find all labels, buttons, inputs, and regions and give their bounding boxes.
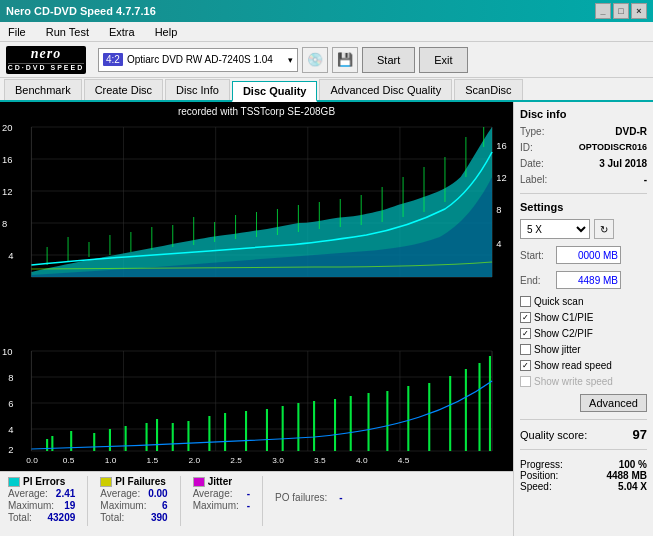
pi-failures-title: PI Failures — [115, 476, 166, 487]
menu-run-test[interactable]: Run Test — [42, 24, 93, 40]
svg-text:0.5: 0.5 — [63, 456, 75, 465]
start-mb-input[interactable] — [556, 246, 621, 264]
svg-text:16: 16 — [2, 155, 12, 165]
drive-badge: 4:2 — [103, 53, 123, 66]
id-label: ID: — [520, 142, 533, 153]
show-read-speed-label: Show read speed — [534, 360, 612, 371]
title-bar: Nero CD-DVD Speed 4.7.7.16 _ □ × — [0, 0, 653, 22]
pi-errors-color — [8, 477, 20, 487]
chart-title: recorded with TSSTcorp SE-208GB — [0, 102, 513, 117]
show-c1pie-row: Show C1/PIE — [520, 312, 647, 323]
pi-errors-total: 43209 — [48, 512, 76, 523]
svg-text:0.0: 0.0 — [26, 456, 38, 465]
svg-text:4: 4 — [496, 239, 501, 249]
maximize-button[interactable]: □ — [613, 3, 629, 19]
svg-text:4.5: 4.5 — [398, 456, 410, 465]
type-label: Type: — [520, 126, 544, 137]
main-content: recorded with TSSTcorp SE-208GB — [0, 102, 653, 536]
svg-text:16: 16 — [496, 141, 506, 151]
quick-scan-checkbox[interactable] — [520, 296, 531, 307]
pi-failures-total: 390 — [151, 512, 168, 523]
svg-text:12: 12 — [2, 187, 12, 197]
svg-text:4: 4 — [8, 425, 13, 435]
menu-bar: File Run Test Extra Help — [0, 22, 653, 42]
svg-text:10: 10 — [2, 347, 12, 357]
tab-scan-disc[interactable]: ScanDisc — [454, 79, 522, 100]
position-label: Position: — [520, 470, 558, 481]
show-c1pie-checkbox[interactable] — [520, 312, 531, 323]
tab-bar: Benchmark Create Disc Disc Info Disc Qua… — [0, 78, 653, 102]
legend-divider-3 — [262, 476, 263, 526]
pi-errors-title: PI Errors — [23, 476, 65, 487]
id-value: OPTODISCR016 — [579, 142, 647, 153]
show-jitter-row: Show jitter — [520, 344, 647, 355]
pi-failures-avg: 0.00 — [148, 488, 167, 499]
save-icon-button[interactable]: 💾 — [332, 47, 358, 73]
disc-id-row: ID: OPTODISCR016 — [520, 142, 647, 153]
type-value: DVD-R — [615, 126, 647, 137]
window-controls: _ □ × — [595, 3, 647, 19]
disc-icon-button[interactable]: 💿 — [302, 47, 328, 73]
disc-date-row: Date: 3 Jul 2018 — [520, 158, 647, 169]
show-write-speed-checkbox[interactable] — [520, 376, 531, 387]
pi-errors-max: 19 — [64, 500, 75, 511]
show-write-speed-label: Show write speed — [534, 376, 613, 387]
end-label: End: — [520, 275, 552, 286]
start-label: Start: — [520, 250, 552, 261]
speed-row: Speed: 5.04 X — [520, 481, 647, 492]
tab-advanced-disc-quality[interactable]: Advanced Disc Quality — [319, 79, 452, 100]
legend-divider-2 — [180, 476, 181, 526]
close-button[interactable]: × — [631, 3, 647, 19]
speed-label: Speed: — [520, 481, 552, 492]
start-mb-row: Start: — [520, 246, 647, 264]
svg-text:1.5: 1.5 — [147, 456, 159, 465]
pi-errors-avg: 2.41 — [56, 488, 75, 499]
menu-help[interactable]: Help — [151, 24, 182, 40]
menu-file[interactable]: File — [4, 24, 30, 40]
tab-disc-info[interactable]: Disc Info — [165, 79, 230, 100]
tab-benchmark[interactable]: Benchmark — [4, 79, 82, 100]
svg-text:3.0: 3.0 — [272, 456, 284, 465]
legend-area: PI Errors Average: 2.41 Maximum: 19 Tota… — [0, 471, 513, 536]
date-value: 3 Jul 2018 — [599, 158, 647, 169]
advanced-button[interactable]: Advanced — [580, 394, 647, 412]
minimize-button[interactable]: _ — [595, 3, 611, 19]
jitter-color — [193, 477, 205, 487]
menu-extra[interactable]: Extra — [105, 24, 139, 40]
disc-label-row: Label: - — [520, 174, 647, 185]
show-c1pie-label: Show C1/PIE — [534, 312, 593, 323]
show-c2pif-checkbox[interactable] — [520, 328, 531, 339]
po-failures-label: PO failures: — [275, 492, 327, 503]
tab-disc-quality[interactable]: Disc Quality — [232, 81, 318, 102]
show-jitter-checkbox[interactable] — [520, 344, 531, 355]
end-mb-row: End: — [520, 271, 647, 289]
show-read-speed-checkbox[interactable] — [520, 360, 531, 371]
pi-failures-max: 6 — [162, 500, 168, 511]
svg-text:1.0: 1.0 — [105, 456, 117, 465]
divider-1 — [520, 193, 647, 194]
svg-text:2: 2 — [8, 445, 13, 455]
refresh-icon-button[interactable]: ↻ — [594, 219, 614, 239]
end-mb-input[interactable] — [556, 271, 621, 289]
speed-setting-row: 5 X 1 X 2 X 4 X 8 X ↻ — [520, 219, 647, 239]
progress-value: 100 % — [619, 459, 647, 470]
exit-button[interactable]: Exit — [419, 47, 467, 73]
nero-logo: nero CD·DVD SPEED — [6, 46, 86, 74]
svg-text:2.0: 2.0 — [188, 456, 200, 465]
svg-text:8: 8 — [2, 219, 7, 229]
start-button[interactable]: Start — [362, 47, 415, 73]
app-title: Nero CD-DVD Speed 4.7.7.16 — [6, 5, 156, 17]
position-value: 4488 MB — [606, 470, 647, 481]
divider-2 — [520, 419, 647, 420]
drive-selector[interactable]: 4:2 Optiarc DVD RW AD-7240S 1.04 ▾ — [98, 48, 298, 72]
tab-create-disc[interactable]: Create Disc — [84, 79, 163, 100]
po-failures-legend: PO failures: - — [275, 492, 343, 503]
settings-title: Settings — [520, 201, 647, 213]
speed-selector[interactable]: 5 X 1 X 2 X 4 X 8 X — [520, 219, 590, 239]
svg-text:12: 12 — [496, 173, 506, 183]
show-c2pif-row: Show C2/PIF — [520, 328, 647, 339]
svg-rect-44 — [0, 341, 513, 471]
label-value: - — [644, 174, 647, 185]
svg-text:6: 6 — [8, 399, 13, 409]
jitter-max: - — [247, 500, 250, 511]
